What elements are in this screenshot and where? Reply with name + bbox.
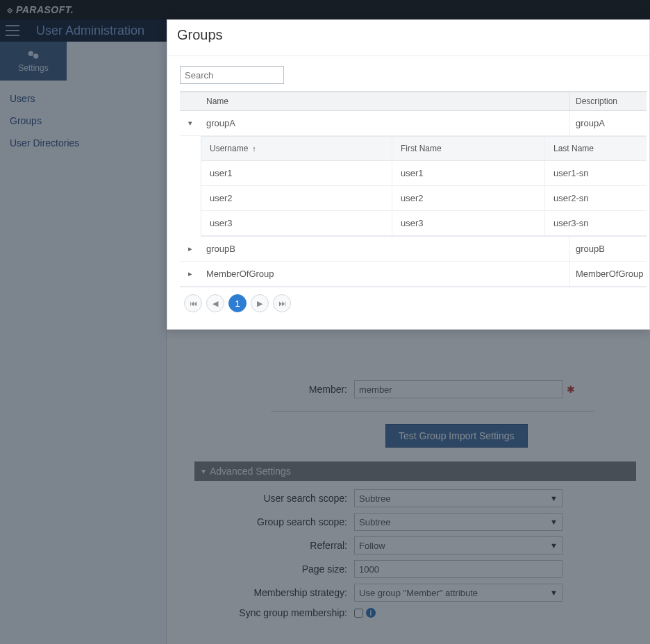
list-item[interactable]: user1 user1 user1-sn [201,161,647,186]
column-first-name[interactable]: First Name [392,137,545,160]
column-name[interactable]: Name [201,92,570,110]
table-row[interactable]: ▾ groupA groupA [180,111,647,136]
modal-title: Groups [167,20,649,56]
list-item[interactable]: user3 user3 user3-sn [201,211,647,236]
pager-last-button[interactable]: ⏭ [273,294,291,312]
group-description: groupB [570,237,647,261]
pager-first-button[interactable]: ⏮ [184,294,202,312]
group-description: groupA [570,111,647,135]
groups-table: Name Description ▾ groupA groupA Usernam… [180,91,647,287]
group-name: groupB [201,237,570,261]
table-header: Name Description [180,92,647,111]
group-description: MemberOfGroup [570,262,647,286]
pager-next-button[interactable]: ▶ [251,294,269,312]
pager-page-button[interactable]: 1 [228,294,247,312]
members-subtable: Username ↑ First Name Last Name user1 us… [201,136,647,237]
expand-icon[interactable]: ▸ [180,244,201,253]
sort-asc-icon: ↑ [252,144,256,153]
column-last-name[interactable]: Last Name [545,137,647,160]
table-row[interactable]: ▸ MemberOfGroup MemberOfGroup [180,262,647,287]
column-username[interactable]: Username ↑ [201,137,392,160]
column-description[interactable]: Description [570,92,647,110]
pagination: ⏮ ◀ 1 ▶ ⏭ [180,287,647,315]
collapse-icon[interactable]: ▾ [180,119,201,128]
list-item[interactable]: user2 user2 user2-sn [201,186,647,211]
table-row[interactable]: ▸ groupB groupB [180,237,647,262]
expand-icon[interactable]: ▸ [180,269,201,278]
groups-modal: Groups Name Description ▾ groupA groupA … [167,19,650,330]
pager-prev-button[interactable]: ◀ [206,294,224,312]
search-input[interactable] [180,66,284,84]
group-name: groupA [201,111,570,135]
group-name: MemberOfGroup [201,262,570,286]
